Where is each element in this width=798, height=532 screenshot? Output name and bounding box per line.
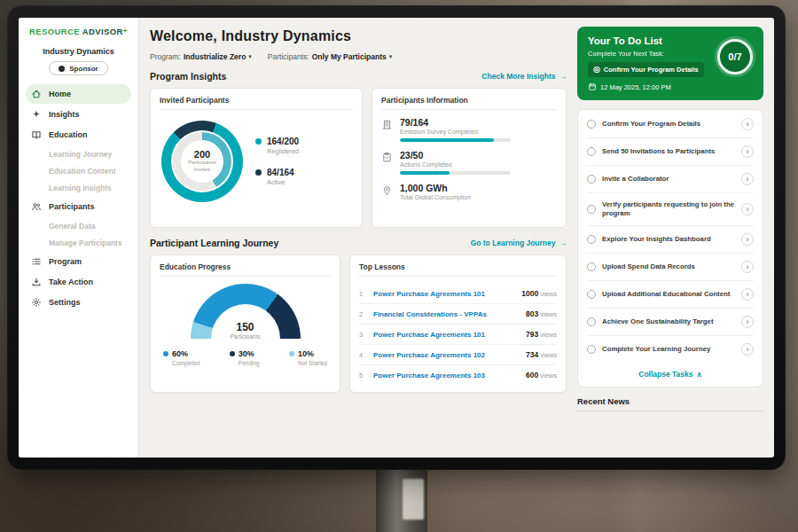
- sidebar-subitem-learning-journey[interactable]: Learning Journey: [19, 145, 138, 162]
- legend-label: Registered: [267, 147, 299, 155]
- task-checkbox[interactable]: [587, 120, 596, 129]
- sidebar-item-label: Home: [49, 90, 71, 98]
- chevron-right-icon[interactable]: ›: [741, 343, 754, 356]
- arrow-right-icon: →: [559, 239, 567, 247]
- task-item[interactable]: Verify participants requesting to join t…: [587, 193, 754, 226]
- task-item[interactable]: Confirm Your Program Details ›: [587, 111, 754, 138]
- sidebar-item-participants[interactable]: Participants: [26, 197, 131, 216]
- participants-icon: [31, 201, 42, 212]
- task-item[interactable]: Complete Your Learning Journey ›: [587, 336, 754, 363]
- sponsor-icon: [59, 66, 65, 72]
- lesson-row: 3 Power Purchase Agreements 101 793views: [359, 325, 557, 345]
- task-label: Achieve One Sustainability Target: [602, 317, 735, 326]
- chevron-right-icon[interactable]: ›: [741, 145, 754, 158]
- stat-value: 23/50: [400, 150, 511, 160]
- lesson-views-suffix: views: [540, 331, 557, 339]
- lesson-views-suffix: views: [540, 310, 557, 318]
- check-more-insights-link[interactable]: Check More Insights →: [481, 72, 567, 81]
- lesson-rank: 4: [359, 351, 366, 359]
- legend-label: Pending: [239, 360, 260, 366]
- account-name: Industry Dynamics: [19, 47, 138, 56]
- task-item[interactable]: Upload Additional Educational Content ›: [587, 281, 754, 309]
- calendar-icon: [588, 82, 597, 91]
- program-filter[interactable]: Program: Industrialize Zero ▾: [150, 52, 252, 61]
- task-checkbox[interactable]: [587, 147, 596, 156]
- sidebar-subitem-learning-insights[interactable]: Learning Insights: [19, 179, 138, 196]
- monitor-bezel: RESOURCE ADVISOR+ Industry Dynamics Spon…: [7, 5, 786, 470]
- sidebar-item-label: Participants: [49, 202, 95, 211]
- task-checkbox[interactable]: [587, 235, 596, 244]
- task-item[interactable]: Upload Spend Data Records ›: [587, 254, 754, 281]
- task-item[interactable]: Send 50 Invitations to Participants ›: [587, 138, 754, 166]
- gauge-center-value: 150: [191, 321, 301, 333]
- chevron-right-icon[interactable]: ›: [741, 261, 754, 273]
- lesson-link[interactable]: Power Purchase Agreements 103: [373, 372, 519, 379]
- task-item[interactable]: Invite a Collaborator ›: [587, 166, 754, 193]
- chevron-right-icon[interactable]: ›: [741, 288, 754, 301]
- sidebar-item-take-action[interactable]: Take Action: [26, 272, 131, 292]
- education-progress-gauge-chart: 150 Participants: [191, 284, 301, 339]
- progress-bar-fill: [400, 138, 494, 142]
- sponsor-badge[interactable]: Sponsor: [49, 61, 107, 75]
- task-item[interactable]: Achieve One Sustainability Target ›: [587, 309, 754, 336]
- insights-cards-row: Invited Participants 200 Participants In…: [150, 88, 567, 228]
- collapse-label: Collapse Tasks: [638, 370, 692, 379]
- collapse-tasks-link[interactable]: Collapse Tasks ∧: [587, 363, 754, 385]
- sidebar-subitem-general-data[interactable]: General Data: [19, 217, 138, 234]
- task-label: Explore Your Insights Dashboard: [602, 235, 735, 244]
- go-to-learning-journey-link[interactable]: Go to Learning Journey →: [471, 239, 567, 247]
- sidebar-item-program[interactable]: Program: [26, 252, 131, 271]
- stat-value: 79/164: [400, 117, 511, 128]
- lesson-link[interactable]: Financial Considerations - VPPAs: [373, 310, 519, 318]
- lesson-views: 803: [526, 309, 538, 318]
- stat-value: 1,000 GWh: [400, 183, 471, 193]
- legend-dot: [163, 351, 168, 356]
- task-item[interactable]: Explore Your Insights Dashboard ›: [587, 226, 754, 254]
- sidebar-item-settings[interactable]: Settings: [26, 293, 131, 312]
- chevron-right-icon[interactable]: ›: [741, 316, 754, 328]
- legend-label: Completed: [172, 360, 200, 366]
- logo-text-secondary: ADVISOR: [82, 27, 123, 36]
- logo-text-primary: RESOURCE: [29, 27, 80, 36]
- chevron-right-icon[interactable]: ›: [741, 233, 754, 246]
- lesson-link[interactable]: Power Purchase Agreements 101: [373, 290, 514, 298]
- sidebar-subitem-label: Learning Journey: [49, 150, 112, 159]
- next-task-pill[interactable]: ◎ Confirm Your Program Details: [588, 62, 704, 77]
- task-checkbox[interactable]: [587, 175, 596, 184]
- sidebar-item-insights[interactable]: Insights: [26, 105, 131, 124]
- section-title: Program Insights: [150, 71, 226, 82]
- sidebar-item-label: Settings: [49, 298, 81, 307]
- participants-filter-label: Participants:: [268, 52, 309, 61]
- next-task-due: 12 May 2025, 12:00 PM: [588, 82, 753, 91]
- lesson-rank: 3: [359, 331, 366, 339]
- lesson-link[interactable]: Power Purchase Agreements 102: [373, 351, 519, 359]
- task-checkbox[interactable]: [587, 317, 596, 326]
- task-checkbox[interactable]: [587, 290, 596, 299]
- clipboard-check-icon: [381, 152, 393, 163]
- legend-item: 164/200 Registered: [255, 137, 299, 155]
- top-lessons-card: Top Lessons 1 Power Purchase Agreements …: [349, 254, 567, 393]
- stat-emission-survey: 79/164 Emission Survey Completed: [381, 117, 557, 142]
- lesson-link[interactable]: Power Purchase Agreements 101: [373, 331, 519, 339]
- chevron-right-icon[interactable]: ›: [741, 203, 754, 215]
- learning-cards-row: Education Progress 150 Participants: [150, 254, 567, 393]
- sidebar-subitem-label: Manage Participants: [49, 239, 122, 247]
- filters-row: Program: Industrialize Zero ▾ Participan…: [150, 52, 567, 61]
- link-label: Check More Insights: [481, 72, 555, 81]
- lesson-row: 2 Financial Considerations - VPPAs 803vi…: [359, 304, 557, 325]
- sidebar-subitem-manage-participants[interactable]: Manage Participants: [19, 234, 138, 251]
- lesson-views-suffix: views: [540, 351, 557, 359]
- task-checkbox[interactable]: [587, 205, 596, 214]
- sidebar-item-home[interactable]: Home: [26, 84, 131, 104]
- lesson-views: 734: [526, 350, 538, 359]
- chevron-right-icon[interactable]: ›: [741, 173, 754, 185]
- legend-dot: [230, 351, 235, 356]
- stat-label: Total Global Consumption: [400, 194, 471, 200]
- chevron-right-icon[interactable]: ›: [741, 118, 754, 130]
- participants-filter[interactable]: Participants: Only My Participants ▾: [268, 52, 392, 61]
- legend-label: Not Started: [298, 360, 327, 366]
- sidebar-subitem-education-content[interactable]: Education Content: [19, 162, 138, 179]
- task-checkbox[interactable]: [587, 345, 596, 354]
- sidebar-item-education[interactable]: Education: [26, 125, 131, 145]
- task-checkbox[interactable]: [587, 262, 596, 271]
